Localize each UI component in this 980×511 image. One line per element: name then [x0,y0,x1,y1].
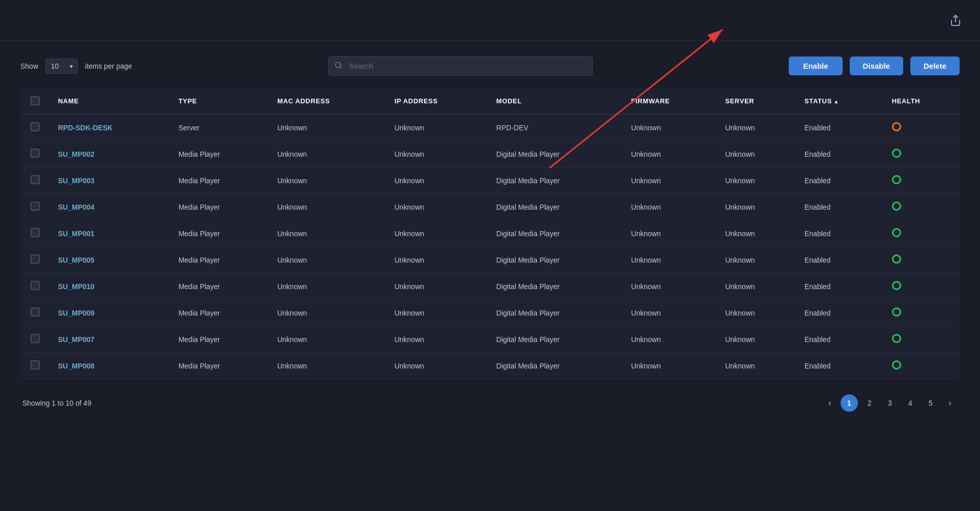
cell-firmware: Unknown [622,326,716,353]
cell-ip: Unknown [385,114,487,141]
row-checkbox[interactable] [31,254,40,264]
cell-status: Enabled [795,167,883,194]
cell-type: Media Player [169,247,268,273]
row-checkbox[interactable] [31,360,40,370]
cell-name[interactable]: SU_MP007 [49,326,169,353]
cell-model: Digital Media Player [487,220,622,247]
cell-name[interactable]: SU_MP008 [49,353,169,379]
health-indicator [892,281,901,290]
prev-page-button[interactable]: ‹ [822,395,838,411]
cell-name[interactable]: SU_MP004 [49,194,169,220]
cell-status: Enabled [795,247,883,273]
per-page-select[interactable]: 10 25 50 100 [45,59,78,74]
page-button-1[interactable]: 1 [841,394,858,412]
col-name: NAME [49,88,169,114]
cell-name[interactable]: RPD-SDK-DESK [49,114,169,141]
cell-type: Media Player [169,300,268,326]
health-indicator [892,360,901,370]
cell-name[interactable]: SU_MP010 [49,273,169,300]
table-row: SU_MP005 Media Player Unknown Unknown Di… [20,247,960,273]
main-content: Show 10 25 50 100 items per page En [0,41,980,427]
cell-health [883,326,960,353]
row-checkbox[interactable] [31,175,40,184]
cell-health [883,167,960,194]
cell-ip: Unknown [385,167,487,194]
toolbar-left: Show 10 25 50 100 items per page [20,59,132,74]
cell-model: Digital Media Player [487,167,622,194]
row-checkbox[interactable] [31,228,40,237]
cell-firmware: Unknown [622,353,716,379]
cell-type: Media Player [169,167,268,194]
export-icon[interactable] [946,11,965,30]
cell-server: Unknown [716,114,795,141]
cell-server: Unknown [716,353,795,379]
showing-text: Showing 1 to 10 of 49 [22,399,91,407]
cell-health [883,141,960,167]
col-type: TYPE [169,88,268,114]
delete-button[interactable]: Delete [910,56,960,75]
cell-name[interactable]: SU_MP009 [49,300,169,326]
cell-name[interactable]: SU_MP001 [49,220,169,247]
cell-health [883,194,960,220]
col-status: STATUS [795,88,883,114]
cell-status: Enabled [795,353,883,379]
cell-mac: Unknown [268,114,385,141]
cell-mac: Unknown [268,353,385,379]
cell-mac: Unknown [268,167,385,194]
page-button-4[interactable]: 4 [902,394,919,412]
items-per-page-label: items per page [85,62,132,70]
page-button-2[interactable]: 2 [861,394,878,412]
table-row: SU_MP003 Media Player Unknown Unknown Di… [20,167,960,194]
cell-name[interactable]: SU_MP003 [49,167,169,194]
top-bar [0,0,980,41]
cell-status: Enabled [795,300,883,326]
devices-table: NAME TYPE MAC ADDRESS IP ADDRESS MODEL F… [20,88,960,379]
toolbar-right: Enable Disable Delete [789,56,960,75]
cell-name[interactable]: SU_MP002 [49,141,169,167]
health-indicator [892,334,901,343]
cell-health [883,114,960,141]
cell-status: Enabled [795,141,883,167]
cell-type: Media Player [169,220,268,247]
table-row: SU_MP009 Media Player Unknown Unknown Di… [20,300,960,326]
row-checkbox[interactable] [31,122,40,131]
col-server: SERVER [716,88,795,114]
row-checkbox-cell [20,273,49,300]
col-model: MODEL [487,88,622,114]
health-indicator [892,228,901,237]
health-indicator [892,254,901,264]
cell-status: Enabled [795,326,883,353]
cell-mac: Unknown [268,273,385,300]
row-checkbox[interactable] [31,202,40,211]
table-row: SU_MP008 Media Player Unknown Unknown Di… [20,353,960,379]
enable-button[interactable]: Enable [789,56,842,75]
row-checkbox-cell [20,114,49,141]
cell-model: Digital Media Player [487,353,622,379]
row-checkbox[interactable] [31,334,40,343]
cell-name[interactable]: SU_MP005 [49,247,169,273]
cell-type: Media Player [169,194,268,220]
row-checkbox[interactable] [31,281,40,290]
row-checkbox-cell [20,220,49,247]
col-mac: MAC ADDRESS [268,88,385,114]
row-checkbox[interactable] [31,149,40,158]
cell-mac: Unknown [268,300,385,326]
row-checkbox[interactable] [31,307,40,317]
search-input[interactable] [328,56,593,76]
page-button-5[interactable]: 5 [922,394,939,412]
disable-button[interactable]: Disable [850,56,903,75]
cell-ip: Unknown [385,220,487,247]
page-button-3[interactable]: 3 [881,394,899,412]
cell-health [883,273,960,300]
cell-type: Media Player [169,141,268,167]
next-page-button[interactable]: › [942,395,958,411]
cell-ip: Unknown [385,141,487,167]
cell-mac: Unknown [268,141,385,167]
cell-ip: Unknown [385,326,487,353]
row-checkbox-cell [20,247,49,273]
select-all-checkbox[interactable] [31,96,40,105]
cell-health [883,300,960,326]
health-indicator [892,202,901,211]
cell-ip: Unknown [385,353,487,379]
search-wrapper [328,56,593,76]
